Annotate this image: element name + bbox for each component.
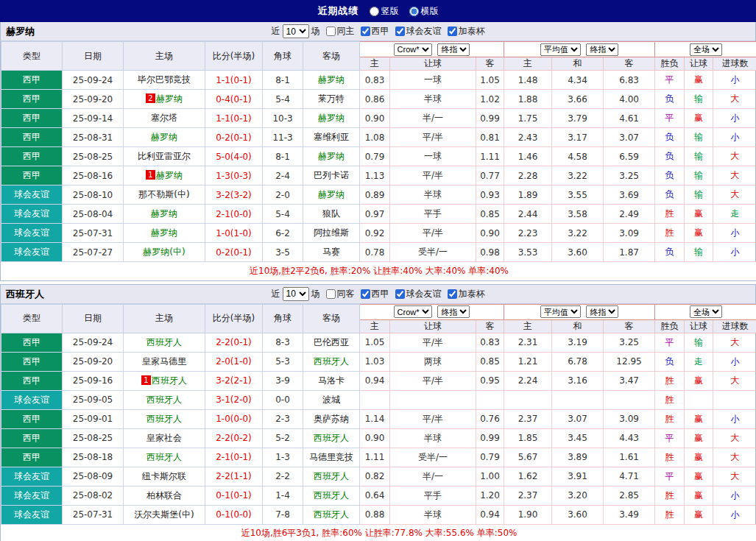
match-score[interactable]: 3-2(2-1) bbox=[205, 371, 263, 390]
team-cell[interactable]: 马洛卡 bbox=[303, 371, 360, 390]
recent-count-select[interactable]: 10 bbox=[283, 24, 309, 38]
layout-vertical-option[interactable]: 竖版 bbox=[370, 5, 399, 18]
team-cell[interactable]: 莱万特 bbox=[303, 90, 360, 109]
league-filter-laliga[interactable]: 西甲 bbox=[357, 25, 389, 38]
odds-stage-select[interactable]: 终指 bbox=[437, 43, 470, 56]
odds-company-select[interactable]: Crow* bbox=[394, 43, 432, 56]
laliga-checkbox[interactable] bbox=[361, 26, 370, 36]
team-cell[interactable]: 赫罗纳 bbox=[303, 109, 360, 128]
match-score[interactable]: 1-1(0-1) bbox=[205, 71, 263, 90]
col-header-asian-away: 客 bbox=[476, 57, 504, 71]
average-stage-select[interactable]: 终指 bbox=[586, 305, 618, 318]
match-score[interactable]: 0-4(0-1) bbox=[205, 90, 263, 109]
match-scope-select[interactable]: 全场 bbox=[690, 305, 722, 318]
match-score[interactable]: 3-1(2-0) bbox=[205, 390, 263, 409]
team-cell[interactable]: 西班牙人 bbox=[124, 409, 205, 428]
team-cell[interactable]: 沃尔夫斯堡(中) bbox=[124, 505, 205, 524]
handicap-result-cell: 输 bbox=[685, 90, 713, 109]
team-cell[interactable]: 塞维利亚 bbox=[303, 128, 360, 147]
layout-horizontal-option[interactable]: 横版 bbox=[409, 5, 439, 18]
col-header-score: 比分(半场) bbox=[205, 304, 263, 333]
same-venue-filter[interactable]: 同客 bbox=[322, 288, 355, 300]
team-cell[interactable]: 1西班牙人 bbox=[124, 371, 205, 390]
match-score[interactable]: 1-1(0-1) bbox=[205, 109, 263, 128]
team-cell[interactable]: 西班牙人 bbox=[303, 352, 360, 371]
team-cell[interactable]: 西班牙人 bbox=[124, 390, 205, 409]
team-cell[interactable]: 塞尔塔 bbox=[124, 109, 205, 128]
league-filter-club-friendly[interactable]: 球会友谊 bbox=[392, 288, 442, 300]
match-score[interactable]: 2-2(0-1) bbox=[205, 333, 263, 352]
club-friendly-checkbox[interactable] bbox=[395, 26, 405, 36]
catalan-cup-checkbox[interactable] bbox=[448, 26, 457, 36]
team-cell[interactable]: 比利亚雷亚尔 bbox=[124, 147, 205, 166]
match-score[interactable]: 2-0(1-0) bbox=[205, 352, 263, 371]
team-cell[interactable]: 西班牙人 bbox=[124, 333, 205, 352]
team-cell[interactable]: 赫罗纳 bbox=[303, 185, 360, 205]
odds-company-select[interactable]: Crow* bbox=[394, 305, 432, 318]
team-cell[interactable]: 赫罗纳(中) bbox=[124, 243, 205, 262]
team-cell[interactable]: 皇家马德里 bbox=[124, 352, 205, 371]
team-cell[interactable]: 西班牙人 bbox=[303, 505, 360, 524]
team-cell[interactable]: 柏林联合 bbox=[124, 486, 205, 505]
competition-type: 球会友谊 bbox=[1, 486, 63, 505]
match-score[interactable]: 2-2(0-2) bbox=[205, 428, 263, 448]
team-cell[interactable]: 赫罗纳 bbox=[124, 224, 205, 243]
team-cell[interactable]: 巴伦西亚 bbox=[303, 333, 360, 352]
match-date: 25-08-25 bbox=[63, 428, 124, 448]
club-friendly-checkbox[interactable] bbox=[395, 289, 405, 299]
team-cell[interactable]: 西班牙人 bbox=[303, 428, 360, 448]
same-venue-checkbox[interactable] bbox=[326, 26, 336, 36]
match-score[interactable]: 0-2(0-1) bbox=[205, 243, 263, 262]
laliga-checkbox[interactable] bbox=[361, 289, 370, 299]
same-venue-checkbox[interactable] bbox=[326, 289, 336, 299]
same-venue-filter[interactable]: 同主 bbox=[322, 25, 355, 38]
team-cell[interactable]: 1赫罗纳 bbox=[124, 166, 205, 185]
horizontal-layout-radio[interactable] bbox=[409, 7, 419, 16]
team-cell[interactable]: 那不勒斯(中) bbox=[124, 185, 205, 205]
red-card-badge: 1 bbox=[146, 170, 155, 180]
asian-odds-away: 0.77 bbox=[476, 166, 504, 185]
match-score[interactable]: 0-1(0-0) bbox=[205, 505, 263, 524]
team-cell[interactable]: 狼队 bbox=[303, 205, 360, 224]
team-cell[interactable]: 巴列卡诺 bbox=[303, 166, 360, 185]
match-score[interactable]: 0-2(0-1) bbox=[205, 128, 263, 147]
match-score[interactable]: 2-1(0-0) bbox=[205, 205, 263, 224]
team-cell[interactable]: 西班牙人 bbox=[303, 467, 360, 486]
team-cell[interactable]: 马德里竞技 bbox=[303, 448, 360, 467]
match-score[interactable]: 0-1(0-1) bbox=[205, 486, 263, 505]
goals-result-cell: 大 bbox=[713, 90, 756, 109]
match-scope-select[interactable]: 全场 bbox=[690, 43, 722, 56]
league-filter-catalan-cup[interactable]: 加泰杯 bbox=[444, 25, 485, 38]
team-cell[interactable]: 阿拉维斯 bbox=[303, 224, 360, 243]
match-score[interactable]: 3-2(3-2) bbox=[205, 185, 263, 205]
team-cell[interactable]: 西班牙人 bbox=[303, 486, 360, 505]
league-filter-laliga[interactable]: 西甲 bbox=[357, 288, 389, 300]
team-cell[interactable]: 赫罗纳 bbox=[303, 71, 360, 90]
match-score[interactable]: 1-0(0-0) bbox=[205, 409, 263, 428]
team-cell[interactable]: 马赛 bbox=[303, 243, 360, 262]
team-cell[interactable]: 皇家社会 bbox=[124, 428, 205, 448]
recent-count-select[interactable]: 10 bbox=[283, 287, 309, 301]
team-cell[interactable]: 波城 bbox=[303, 390, 360, 409]
team-cell[interactable]: 赫罗纳 bbox=[124, 205, 205, 224]
team-cell[interactable]: 赫罗纳 bbox=[124, 128, 205, 147]
team-cell[interactable]: 奥萨苏纳 bbox=[303, 409, 360, 428]
team-cell[interactable]: 西班牙人 bbox=[124, 448, 205, 467]
match-score[interactable]: 1-0(1-0) bbox=[205, 224, 263, 243]
match-score[interactable]: 1-3(0-3) bbox=[205, 166, 263, 185]
average-select[interactable]: 平均值 bbox=[540, 43, 581, 56]
average-stage-select[interactable]: 终指 bbox=[586, 43, 618, 56]
team-cell[interactable]: 纽卡斯尔联 bbox=[124, 467, 205, 486]
catalan-cup-checkbox[interactable] bbox=[448, 289, 457, 299]
odds-stage-select[interactable]: 终指 bbox=[437, 305, 470, 318]
team-cell[interactable]: 2赫罗纳 bbox=[124, 90, 205, 109]
team-cell[interactable]: 赫罗纳 bbox=[303, 147, 360, 166]
league-filter-club-friendly[interactable]: 球会友谊 bbox=[392, 25, 442, 38]
match-score[interactable]: 5-0(4-0) bbox=[205, 147, 263, 166]
league-filter-catalan-cup[interactable]: 加泰杯 bbox=[444, 288, 485, 300]
match-score[interactable]: 2-2(1-1) bbox=[205, 467, 263, 486]
average-select[interactable]: 平均值 bbox=[540, 305, 581, 318]
match-score[interactable]: 2-1(0-1) bbox=[205, 448, 263, 467]
team-cell[interactable]: 毕尔巴鄂竞技 bbox=[124, 71, 205, 90]
vertical-layout-radio[interactable] bbox=[370, 7, 379, 16]
